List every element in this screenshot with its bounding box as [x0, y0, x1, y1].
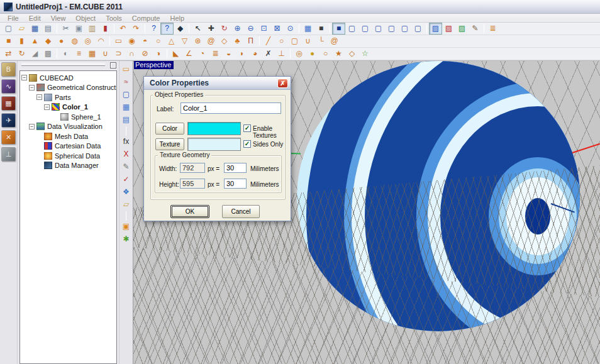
menu-help[interactable]: Help — [165, 14, 189, 23]
label-input[interactable] — [181, 102, 281, 114]
zoom-extents-tool[interactable]: ⊠ — [270, 23, 284, 35]
view-bottom-button[interactable]: ▢ — [411, 23, 425, 35]
tree-item-mesh-data[interactable]: − Mesh Data — [20, 131, 116, 141]
draw-ellipse-button[interactable]: ○ — [152, 35, 165, 47]
view-front-button[interactable]: ▢ — [345, 23, 358, 35]
diamond-tool-button[interactable]: ◇ — [345, 48, 358, 60]
draw-rectangle-curve-button[interactable]: ▢ — [288, 35, 301, 47]
layer-stack-button[interactable]: ≣ — [209, 48, 222, 60]
draw-pedestal-button[interactable]: Π — [244, 35, 257, 47]
draw-circle-plane-button[interactable]: ◉ — [125, 35, 138, 47]
tree-expander-icon[interactable]: − — [29, 85, 35, 91]
copy-button[interactable]: ▣ — [72, 23, 86, 35]
snapshot-flower-button[interactable]: ✱ — [120, 233, 133, 245]
tree-item-spherical-data[interactable]: − Spherical Data — [20, 151, 116, 161]
mesh-tool-button[interactable]: ▦ — [86, 48, 99, 60]
draw-rect-plane-button[interactable]: ▭ — [112, 35, 125, 47]
circle-tool-button[interactable]: ○ — [319, 48, 332, 60]
mesh-grid-button[interactable]: ▦ — [120, 101, 133, 113]
align-tool-button[interactable]: ≡ — [72, 48, 86, 60]
height-mm-input[interactable] — [224, 179, 247, 189]
menu-edit[interactable]: Edit — [24, 14, 46, 23]
undo-button[interactable]: ↶ — [116, 23, 130, 35]
zoom-out-tool[interactable]: ⊖ — [244, 23, 257, 35]
edit-pen-button[interactable]: ✎ — [469, 23, 482, 35]
tree-item-geometrical-construction[interactable]: − Geometrical Construction — [20, 83, 116, 93]
view-isometric-button[interactable]: ■ — [332, 23, 345, 35]
frequency-curve-button[interactable]: ≈ — [120, 76, 133, 88]
tree-item-data-visualization[interactable]: − Data Visualization — [20, 122, 116, 132]
zoom-previous-tool[interactable]: ⊙ — [284, 23, 297, 35]
about-button[interactable]: ◆ — [174, 23, 187, 35]
draw-arc-button[interactable]: ∪ — [301, 35, 314, 47]
draw-ellipsoid-button[interactable]: ◍ — [68, 35, 81, 47]
tree-expander-icon[interactable]: − — [44, 104, 50, 110]
module-cubecad-button[interactable]: B — [1, 62, 16, 77]
help-button[interactable]: ? — [147, 23, 160, 35]
tree-item-cubecad[interactable]: − CUBECAD — [20, 73, 116, 83]
color-swatch[interactable] — [187, 122, 241, 135]
boolean-intersect-button[interactable]: ∩ — [125, 48, 138, 60]
project-tree-button[interactable]: ≣ — [486, 23, 499, 35]
draw-polyline-button[interactable]: └ — [314, 35, 328, 47]
draw-line-button[interactable]: ╱ — [262, 35, 275, 47]
pan-tool[interactable]: ✚ — [204, 23, 218, 35]
grid-display-button[interactable]: ▦ — [301, 23, 314, 35]
draw-funnel-button[interactable]: ▽ — [178, 35, 191, 47]
tree-item-parts[interactable]: − Parts — [20, 92, 116, 102]
notes-edit-button[interactable]: ✎ — [120, 161, 133, 173]
texture-swatch[interactable] — [187, 138, 241, 151]
draw-spiral-button[interactable]: @ — [204, 35, 218, 47]
boolean-subtract-button[interactable]: ⊃ — [112, 48, 125, 60]
paste-button[interactable]: ▥ — [86, 23, 99, 35]
display-settings-button[interactable]: ❖ — [120, 186, 133, 198]
blend-tool-button[interactable]: ◒ — [222, 48, 235, 60]
texture-button[interactable]: Texture — [155, 138, 184, 150]
tree-item-data-manager[interactable]: − Data Manager — [20, 161, 116, 171]
tree-panel-header[interactable] — [18, 61, 119, 69]
flower-tool-button[interactable]: ☆ — [358, 48, 372, 60]
redo-button[interactable]: ↷ — [130, 23, 143, 35]
tree-item-cartesian-data[interactable]: − Cartesian Data — [20, 141, 116, 152]
view-right-button[interactable]: ▢ — [385, 23, 398, 35]
tree-item-sphere-1[interactable]: − Sphere_1 — [20, 112, 116, 122]
view-left-button[interactable]: ▢ — [372, 23, 385, 35]
tree-expander-icon[interactable]: − — [36, 94, 42, 100]
ok-button[interactable]: OK — [170, 205, 209, 218]
draw-cone-button[interactable]: ▲ — [28, 35, 42, 47]
domain-red-button[interactable]: ▨ — [442, 23, 455, 35]
draw-polygon-button[interactable]: ◇ — [218, 35, 231, 47]
transform-array-button[interactable]: ▩ — [42, 48, 55, 60]
cancel-button[interactable]: Cancel — [222, 205, 260, 218]
module-gray-tower-button[interactable]: ⊥ — [1, 147, 16, 162]
angle-measure-button[interactable]: ∠ — [182, 48, 196, 60]
transform-move-button[interactable]: ⇄ — [2, 48, 15, 60]
draw-dome-button[interactable]: ◠ — [94, 35, 108, 47]
module-orange-x-button[interactable]: ✕ — [1, 130, 16, 145]
star-tool-button[interactable]: ★ — [332, 48, 345, 60]
mesh-grid-alt-button[interactable]: ▤ — [120, 114, 133, 126]
module-dark-red-button[interactable]: ▦ — [1, 96, 16, 111]
zoom-window-tool[interactable]: ⊡ — [257, 23, 270, 35]
edit-folder-button[interactable]: ▱ — [120, 199, 133, 211]
layers-button[interactable]: ▣ — [120, 221, 133, 233]
function-fx-button[interactable]: fx — [120, 136, 133, 148]
draw-torus-button[interactable]: ◎ — [81, 35, 94, 47]
view-top-button[interactable]: ▢ — [398, 23, 411, 35]
menu-file[interactable]: File — [3, 14, 24, 23]
enable-textures-checkbox[interactable]: ✓ — [243, 124, 251, 132]
split-tool-button[interactable]: ◑ — [152, 48, 165, 60]
draw-trefoil-button[interactable]: ♣ — [231, 35, 244, 47]
draw-circle-curve-button[interactable]: ○ — [275, 35, 288, 47]
new-button[interactable]: ▢ — [2, 23, 15, 35]
close-icon[interactable]: ✗ — [277, 79, 288, 88]
color-button[interactable]: Color — [155, 123, 184, 135]
delete-vertex-button[interactable]: ✗ — [262, 48, 275, 60]
surface-tool-button[interactable]: ◣ — [169, 48, 182, 60]
draw-box-button[interactable]: ■ — [2, 35, 15, 47]
delete-button[interactable]: ▮ — [99, 23, 112, 35]
mirror-tool-button[interactable]: ◐ — [59, 48, 72, 60]
module-navy-plane-button[interactable]: ✈ — [1, 113, 16, 128]
draw-sphere-button[interactable]: ● — [55, 35, 68, 47]
boolean-union-button[interactable]: ∪ — [99, 48, 112, 60]
